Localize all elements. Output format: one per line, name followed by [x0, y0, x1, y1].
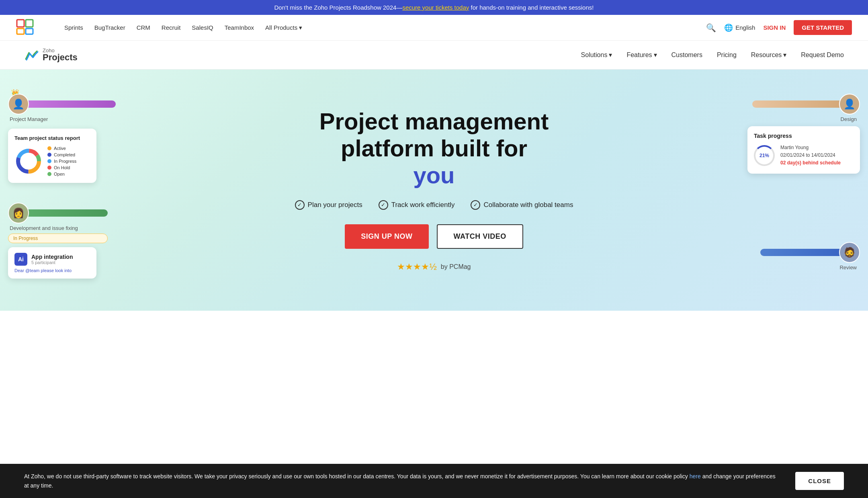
svg-rect-0 — [17, 20, 24, 27]
rating-source: by PCMag — [441, 263, 471, 271]
nav-customers[interactable]: Customers — [671, 51, 702, 59]
get-started-button[interactable]: GET STARTED — [794, 20, 852, 35]
legend-dot-active — [47, 146, 51, 150]
pm-bar — [27, 100, 116, 108]
announcement-bar: Don't miss the Zoho Projects Roadshow 20… — [0, 0, 868, 15]
legend-open: Open — [47, 172, 76, 176]
hero-content: Project management platform built for yo… — [295, 108, 573, 272]
top-nav: Sprints BugTracker CRM Recruit SalesIQ T… — [0, 15, 868, 41]
design-float: Design Task progress 21% Martin Young 02… — [747, 94, 860, 174]
dev-label: Development and issue fixing — [10, 225, 108, 231]
hero-feature-3: ✓ Collaborate with global teams — [471, 200, 573, 210]
legend-dot-completed — [47, 153, 51, 157]
nav-sprints[interactable]: Sprints — [64, 24, 83, 31]
hero-section: 👑 Project Manager Team project status re… — [0, 70, 868, 311]
design-avatar-bar — [752, 94, 860, 115]
nav-pricing[interactable]: Pricing — [717, 51, 737, 59]
chevron-down-icon: ▾ — [609, 51, 612, 59]
watch-video-button[interactable]: WATCH VIDEO — [437, 224, 523, 249]
pm-avatar-bar: 👑 — [8, 94, 116, 115]
nav-features[interactable]: Features ▾ — [626, 51, 657, 59]
chevron-down-icon: ▾ — [654, 51, 657, 59]
chevron-down-icon: ▾ — [299, 24, 302, 31]
ai-subtitle: 5 participant — [31, 260, 73, 265]
all-products-button[interactable]: All Products ▾ — [265, 24, 302, 31]
top-nav-links: Sprints BugTracker CRM Recruit SalesIQ T… — [64, 24, 706, 31]
ai-title: App integration — [31, 254, 73, 260]
tp-body: 21% Martin Young 02/01/2024 to 14/01/202… — [754, 144, 854, 167]
design-label: Design — [841, 116, 857, 122]
svg-rect-3 — [26, 29, 33, 34]
language-button[interactable]: 🌐 English — [724, 23, 755, 32]
legend-dot-in-progress — [47, 159, 51, 163]
announcement-link[interactable]: secure your tickets today — [402, 4, 469, 11]
review-label: Review — [839, 264, 857, 271]
review-bar-row — [760, 242, 860, 263]
svg-rect-2 — [17, 29, 24, 34]
dev-float: Development and issue fixing In Progress… — [8, 203, 108, 279]
ai-icon-row: Ai App integration 5 participant — [14, 253, 90, 266]
nav-request-demo[interactable]: Request Demo — [801, 51, 844, 59]
tp-title: Task progress — [754, 133, 854, 139]
svg-rect-1 — [26, 20, 33, 27]
sign-in-button[interactable]: SIGN IN — [763, 24, 786, 31]
ai-message: Dear @team please look into — [14, 268, 90, 273]
nav-salesiq[interactable]: SalesIQ — [192, 24, 213, 31]
nav-teaminbox[interactable]: TeamInbox — [225, 24, 254, 31]
hero-title-you: you — [413, 162, 454, 188]
ai-title-group: App integration 5 participant — [31, 254, 73, 265]
product-nav: Zoho Projects Solutions ▾ Features ▾ Cus… — [0, 41, 868, 70]
dev-avatar — [8, 203, 29, 223]
dev-avatar-bar — [8, 203, 108, 223]
top-nav-right: 🔍 🌐 English SIGN IN GET STARTED — [706, 20, 852, 35]
tp-behind: 02 day(s) behind schedule — [780, 159, 841, 167]
nav-crm[interactable]: CRM — [137, 24, 150, 31]
status-report-title: Team project status report — [14, 135, 90, 141]
app-integration-card: Ai App integration 5 participant Dear @t… — [8, 247, 96, 279]
tp-name: Martin Young — [780, 144, 841, 152]
legend-in-progress: In Progress — [47, 159, 76, 164]
hero-buttons: SIGN UP NOW WATCH VIDEO — [295, 224, 573, 249]
dev-card-area: Development and issue fixing In Progress — [8, 203, 108, 243]
nav-solutions[interactable]: Solutions ▾ — [581, 51, 612, 59]
review-bar — [760, 249, 841, 256]
hero-features: ✓ Plan your projects ✓ Track work effici… — [295, 200, 573, 210]
design-bar — [752, 100, 841, 108]
signup-button[interactable]: SIGN UP NOW — [345, 224, 428, 249]
nav-recruit[interactable]: Recruit — [162, 24, 181, 31]
review-avatar — [839, 242, 860, 263]
product-nav-links: Solutions ▾ Features ▾ Customers Pricing… — [581, 51, 844, 59]
globe-icon: 🌐 — [724, 23, 733, 32]
ai-icon: Ai — [14, 253, 27, 266]
tp-circle: 21% — [754, 145, 775, 166]
dev-bar — [27, 209, 108, 217]
nav-resources[interactable]: Resources ▾ — [751, 51, 786, 59]
tp-date-range: 02/01/2024 to 14/01/2024 — [780, 152, 841, 159]
project-manager-float: 👑 Project Manager Team project status re… — [8, 94, 116, 183]
nav-bugtracker[interactable]: BugTracker — [94, 24, 125, 31]
legend-dot-open — [47, 172, 51, 176]
donut-chart — [14, 147, 43, 175]
product-logo[interactable]: Zoho Projects — [24, 48, 78, 62]
check-circle-2: ✓ — [379, 200, 388, 210]
legend-completed: Completed — [47, 152, 76, 157]
legend-on-hold: On Hold — [47, 165, 76, 170]
chevron-down-icon: ▾ — [783, 51, 786, 59]
hero-rating: ★★★★½ by PCMag — [295, 262, 573, 272]
pm-label: Project Manager — [10, 116, 48, 122]
pm-avatar — [8, 94, 29, 115]
hero-feature-1: ✓ Plan your projects — [295, 200, 362, 210]
product-logo-text: Zoho Projects — [43, 48, 78, 62]
check-circle-3: ✓ — [471, 200, 480, 210]
task-progress-card: Task progress 21% Martin Young 02/01/202… — [747, 126, 860, 174]
search-button[interactable]: 🔍 — [706, 23, 716, 33]
review-float: Review — [760, 242, 860, 271]
check-circle-1: ✓ — [295, 200, 305, 210]
legend-active: Active — [47, 146, 76, 151]
announcement-text-after: for hands-on training and interactive se… — [469, 4, 594, 11]
legend: Active Completed In Progress On Hold — [47, 146, 76, 176]
legend-dot-on-hold — [47, 166, 51, 170]
status-report-body: Active Completed In Progress On Hold — [14, 146, 90, 176]
tp-info: Martin Young 02/01/2024 to 14/01/2024 02… — [780, 144, 841, 167]
zoho-logo[interactable] — [16, 18, 48, 37]
